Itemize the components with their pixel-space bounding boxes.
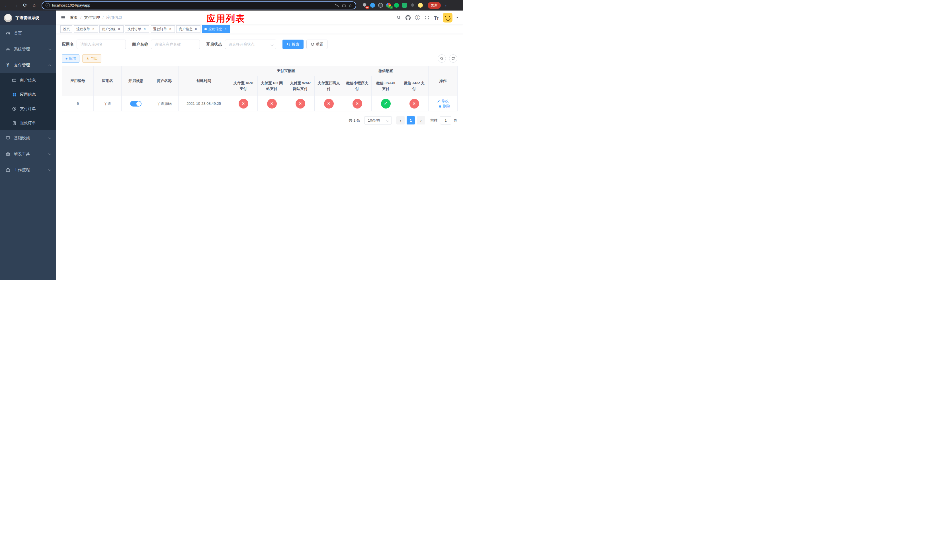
sidebar-item-app-info[interactable]: 应用信息 — [0, 88, 56, 102]
fullscreen-icon[interactable] — [424, 15, 430, 21]
sidebar-item-label: 研发工具 — [14, 151, 30, 157]
toggle-search-button[interactable] — [438, 54, 446, 63]
tag-label: 商户信息 — [179, 27, 192, 32]
close-icon[interactable]: × — [194, 27, 198, 31]
search-button-label: 搜索 — [292, 42, 299, 47]
export-button[interactable]: 导出 — [82, 54, 101, 63]
extension-puzzle-icon[interactable]: 10 — [362, 3, 367, 8]
sidebar-item-label: 基础设施 — [14, 136, 30, 141]
browser-update-button[interactable]: 更新 — [428, 2, 441, 9]
browser-reload-icon[interactable]: ⟳ — [21, 2, 29, 9]
tag-label: 流程表单 — [76, 27, 90, 32]
bankcard-icon — [12, 78, 17, 83]
sidebar-item-merchant-info[interactable]: 商户信息 — [0, 73, 56, 88]
refresh-button[interactable] — [449, 54, 457, 63]
status-select[interactable] — [225, 39, 276, 49]
sidebar-item-system[interactable]: 系统管理 — [0, 41, 56, 57]
user-menu-caret-icon[interactable] — [456, 17, 458, 18]
sidebar-item-workflow[interactable]: 工作流程 — [0, 162, 56, 178]
breadcrumb-payment[interactable]: 支付管理 — [84, 15, 100, 20]
next-page-button[interactable]: › — [417, 116, 425, 124]
page-title-annotation: 应用列表 — [206, 12, 245, 25]
page-size-select[interactable] — [364, 116, 392, 124]
channel-status-icon: × — [267, 99, 277, 109]
close-icon[interactable]: × — [143, 27, 147, 31]
browser-back-icon[interactable]: ← — [3, 2, 11, 9]
bookmark-star-icon[interactable]: ☆ — [348, 3, 352, 8]
extension-blue-drop-icon[interactable] — [370, 3, 375, 8]
row-status-toggle[interactable] — [130, 101, 142, 106]
chevron-down-icon — [48, 48, 51, 50]
delete-link[interactable]: 删除 — [439, 104, 450, 109]
cell-merchant: 芋道源码 — [150, 96, 179, 111]
tag-label: 支付订单 — [127, 27, 141, 32]
status-label: 开启状态 — [206, 42, 222, 47]
extension-dark-puzzle-icon[interactable] — [410, 3, 415, 8]
help-icon[interactable]: ? — [415, 15, 420, 21]
tag-app-info[interactable]: 应用信息 × — [202, 25, 230, 33]
tag-home[interactable]: 首页 — [61, 25, 72, 33]
app-logo[interactable]: 芋道管理系统 — [0, 11, 56, 25]
browser-home-icon[interactable]: ⌂ — [30, 2, 38, 9]
sidebar-item-refund-orders[interactable]: 退款订单 — [0, 116, 56, 130]
browser-toolbar: ← → ⟳ ⌂ i localhost:1024/pay/app ☆ 10 1 … — [0, 0, 463, 11]
sidebar-item-payment[interactable]: ¥ 支付管理 — [0, 57, 56, 73]
col-header-wechat-jsapi: 微信 JSAPI 支付 — [372, 76, 400, 96]
extension-dark-circle-icon[interactable] — [378, 3, 383, 8]
reset-button[interactable]: 重置 — [306, 39, 327, 49]
cell-created: 2021-10-23 08:49:25 — [179, 96, 229, 111]
browser-menu-icon[interactable]: ⋮ — [443, 3, 449, 8]
channel-status-icon: × — [353, 99, 362, 109]
tag-pay-orders[interactable]: 支付订单 × — [125, 25, 149, 33]
extension-green-chat-icon[interactable] — [402, 3, 407, 8]
extension-translate-icon[interactable]: 1 — [386, 3, 391, 8]
search-icon[interactable] — [396, 15, 401, 21]
share-icon[interactable] — [342, 3, 346, 8]
sidebar-item-infrastructure[interactable]: 基础设施 — [0, 130, 56, 146]
add-button[interactable]: + 新增 — [62, 54, 79, 63]
user-avatar[interactable] — [443, 13, 452, 23]
breadcrumb-separator: / — [103, 15, 104, 20]
close-icon[interactable]: × — [117, 27, 121, 31]
sidebar-item-dev-tools[interactable]: 研发工具 — [0, 146, 56, 162]
cell-status — [122, 96, 150, 111]
close-icon[interactable]: × — [168, 27, 172, 31]
tag-refund-orders[interactable]: 退款订单 × — [151, 25, 175, 33]
tag-merchant-info[interactable]: 商户信息 × — [176, 25, 200, 33]
breadcrumb-home[interactable]: 首页 — [70, 15, 78, 20]
password-key-icon[interactable] — [335, 3, 339, 8]
navbar-actions: ? TT — [396, 13, 458, 23]
group-header-wechat: 微信配置 — [343, 66, 428, 76]
tag-label: 应用信息 — [209, 27, 222, 32]
tag-process-form[interactable]: 流程表单 × — [74, 25, 98, 33]
channel-status-icon: × — [239, 99, 248, 109]
goto-page-input[interactable] — [440, 116, 451, 124]
chevron-down-icon — [48, 152, 51, 155]
table-toolbar: + 新增 导出 — [62, 54, 457, 63]
sidebar-item-pay-orders[interactable]: 支付订单 — [0, 102, 56, 116]
close-icon[interactable]: × — [91, 27, 95, 31]
extension-badge: 10 — [365, 6, 369, 9]
app-name-input[interactable] — [77, 39, 126, 49]
page-number-1[interactable]: 1 — [407, 116, 415, 124]
col-header-id: 应用编号 — [62, 66, 94, 96]
channel-status-icon: × — [410, 99, 419, 109]
sidebar-item-label: 支付管理 — [14, 63, 30, 68]
edit-link[interactable]: 修改 — [437, 98, 449, 104]
breadcrumb-current: 应用信息 — [106, 15, 122, 20]
sidebar-toggle-icon[interactable] — [61, 15, 66, 20]
tag-user-group[interactable]: 用户分组 × — [99, 25, 124, 33]
close-icon[interactable]: × — [224, 27, 227, 31]
github-icon[interactable] — [405, 15, 411, 21]
extension-emoji-icon[interactable] — [418, 3, 423, 8]
url-text[interactable]: localhost:1024/pay/app — [52, 3, 333, 8]
font-size-icon[interactable]: TT — [433, 15, 439, 21]
browser-forward-icon: → — [12, 2, 20, 9]
site-info-icon[interactable]: i — [45, 3, 50, 8]
merchant-name-input[interactable] — [151, 39, 200, 49]
prev-page-button[interactable]: ‹ — [396, 116, 405, 124]
sidebar-item-home[interactable]: 首页 — [0, 25, 56, 41]
address-bar[interactable]: i localhost:1024/pay/app ☆ — [42, 2, 356, 9]
extension-green-circle-icon[interactable] — [394, 3, 399, 8]
search-button[interactable]: 搜索 — [283, 39, 304, 49]
